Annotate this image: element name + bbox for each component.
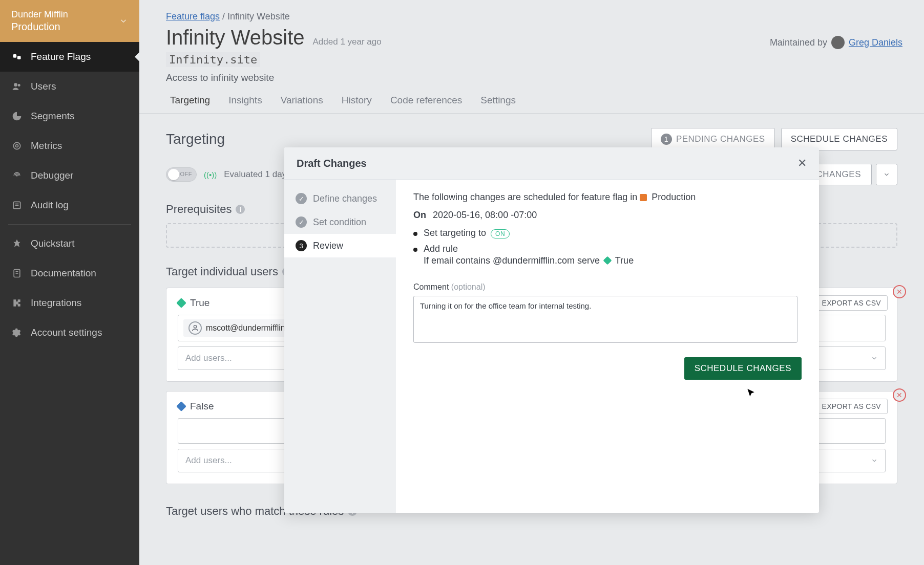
step-define-changes[interactable]: Define changes: [284, 187, 396, 210]
sidebar-item-integrations[interactable]: Integrations: [0, 288, 139, 318]
sidebar: Dunder Mifflin Production Feature Flags …: [0, 0, 139, 565]
sidebar-item-segments[interactable]: Segments: [0, 101, 139, 131]
sidebar-item-account-settings[interactable]: Account settings: [0, 318, 139, 347]
bullet-dot-icon: [413, 232, 417, 236]
schedule-summary: The following changes are scheduled for …: [413, 192, 802, 203]
schedule-changes-label: SCHEDULE CHANGES: [791, 134, 888, 144]
svg-rect-0: [13, 54, 17, 58]
on-label: On: [413, 210, 426, 220]
export-csv-button[interactable]: EXPORT AS CSV: [815, 295, 888, 311]
sidebar-item-audit-log[interactable]: Audit log: [0, 190, 139, 220]
sidebar-item-debugger[interactable]: Debugger: [0, 161, 139, 190]
avatar: [831, 36, 845, 49]
svg-rect-1: [17, 56, 21, 59]
target-icon: [11, 141, 23, 151]
step-number-badge: 3: [296, 240, 307, 251]
tab-code-references[interactable]: Code references: [390, 95, 462, 113]
modal-main: The following changes are scheduled for …: [396, 180, 819, 513]
on-pill: ON: [491, 229, 510, 238]
add-users-placeholder: Add users...: [185, 455, 232, 466]
nav-divider: [8, 224, 131, 225]
sidebar-item-users[interactable]: Users: [0, 72, 139, 101]
breadcrumb: Feature flags / Infinity Website: [139, 0, 924, 26]
flag-icon: [11, 52, 23, 62]
variation-name: True: [190, 297, 209, 309]
tab-settings[interactable]: Settings: [480, 95, 516, 113]
schedule-changes-submit-button[interactable]: SCHEDULE CHANGES: [684, 357, 802, 380]
added-ago: Added 1 year ago: [313, 37, 382, 47]
svg-point-3: [18, 84, 20, 86]
save-dropdown-button[interactable]: [876, 164, 897, 185]
maintained-by: Maintained by Greg Daniels: [770, 36, 902, 49]
sidebar-item-label: Audit log: [31, 200, 69, 211]
org-switcher[interactable]: Dunder Mifflin Production: [0, 0, 139, 42]
tab-insights[interactable]: Insights: [228, 95, 262, 113]
pending-count-badge: 1: [661, 134, 672, 145]
comment-label: Comment (optional): [413, 282, 802, 292]
sidebar-item-label: Users: [31, 81, 56, 92]
variation-name: False: [190, 401, 214, 412]
sidebar-item-label: Debugger: [31, 170, 73, 181]
pin-icon: [11, 238, 23, 249]
remove-variation-icon[interactable]: ✕: [893, 388, 906, 402]
svg-point-14: [194, 325, 196, 328]
individual-users-label: Target individual users: [166, 265, 278, 278]
tab-history[interactable]: History: [342, 95, 372, 113]
schedule-time: On 2020-05-16, 08:00 -07:00: [413, 210, 802, 221]
breadcrumb-current: Infinity Website: [227, 11, 290, 21]
maintainer-link[interactable]: Greg Daniels: [849, 37, 902, 48]
signal-icon: [11, 170, 23, 181]
nav-primary: Feature Flags Users Segments Metrics Deb…: [0, 42, 139, 347]
info-icon[interactable]: i: [236, 205, 245, 214]
change-bullet-targeting: Set targeting to ON: [413, 228, 802, 238]
env-name: Production: [11, 21, 68, 33]
tab-targeting[interactable]: Targeting: [170, 95, 210, 113]
puzzle-icon: [11, 298, 23, 308]
close-icon[interactable]: ✕: [797, 157, 807, 170]
sidebar-item-label: Metrics: [31, 140, 62, 151]
sidebar-item-metrics[interactable]: Metrics: [0, 131, 139, 161]
step-label: Review: [313, 241, 343, 251]
modal-steps: Define changes Set condition 3 Review: [284, 180, 396, 513]
step-check-icon: [296, 193, 307, 204]
bullet-dot-icon: [413, 248, 417, 252]
doc-icon: [11, 268, 23, 278]
flag-key: Infinity.site: [166, 52, 260, 67]
draft-changes-modal: Draft Changes ✕ Define changes Set condi…: [284, 147, 819, 513]
tab-variations[interactable]: Variations: [281, 95, 323, 113]
remove-variation-icon[interactable]: ✕: [893, 285, 906, 298]
tabs: Targeting Insights Variations History Co…: [139, 83, 924, 114]
prerequisites-label: Prerequisites: [166, 203, 232, 216]
flag-description: Access to infinity website: [139, 67, 924, 83]
sidebar-item-label: Segments: [31, 111, 75, 122]
export-csv-button[interactable]: EXPORT AS CSV: [815, 399, 888, 414]
sidebar-item-label: Quickstart: [31, 238, 75, 249]
sidebar-item-label: Integrations: [31, 297, 81, 309]
maintained-by-label: Maintained by: [770, 37, 827, 48]
user-avatar-icon: [188, 321, 202, 335]
breadcrumb-root[interactable]: Feature flags: [166, 11, 220, 21]
sidebar-item-feature-flags[interactable]: Feature Flags: [0, 42, 139, 72]
gear-icon: [11, 328, 23, 338]
step-set-condition[interactable]: Set condition: [284, 210, 396, 234]
list-icon: [11, 200, 23, 210]
step-review[interactable]: 3 Review: [284, 234, 396, 257]
env-color-chip: [640, 194, 647, 201]
section-title-targeting: Targeting: [166, 131, 225, 147]
sidebar-item-label: Account settings: [31, 327, 102, 338]
sidebar-item-label: Documentation: [31, 268, 96, 279]
on-value: 2020-05-16, 08:00 -07:00: [433, 210, 537, 220]
page-title: Infinity Website: [166, 26, 305, 49]
svg-point-6: [16, 175, 17, 176]
diamond-icon: [176, 298, 186, 308]
svg-point-5: [16, 145, 18, 147]
sidebar-item-documentation[interactable]: Documentation: [0, 258, 139, 288]
step-check-icon: [296, 216, 307, 228]
step-label: Define changes: [313, 193, 377, 204]
pending-changes-label: PENDING CHANGES: [676, 134, 765, 144]
add-users-placeholder: Add users...: [185, 353, 232, 363]
targeting-toggle[interactable]: OFF: [166, 167, 197, 182]
sidebar-item-quickstart[interactable]: Quickstart: [0, 229, 139, 258]
sidebar-item-label: Feature Flags: [31, 51, 91, 62]
comment-input[interactable]: Turning it on for the office team for in…: [413, 296, 797, 343]
